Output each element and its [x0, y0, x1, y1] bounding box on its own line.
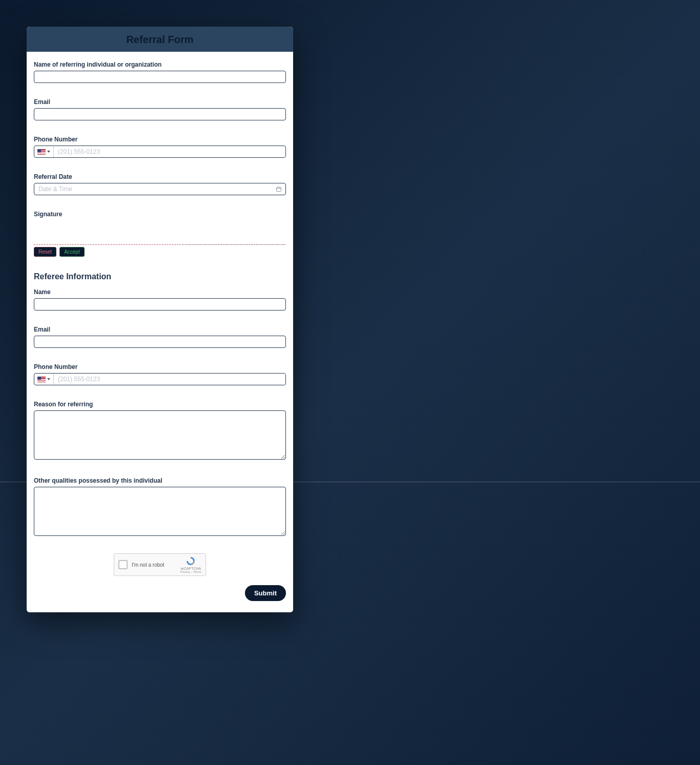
- reason-label: Reason for referring: [34, 401, 286, 408]
- country-select[interactable]: [34, 146, 54, 157]
- recaptcha-logo: reCAPTCHA Privacy - Terms: [180, 556, 201, 573]
- recaptcha-icon: [186, 556, 196, 566]
- referral-date-input[interactable]: [34, 183, 286, 195]
- referral-date-field: Referral Date: [34, 173, 286, 195]
- referral-date-wrap: [34, 183, 286, 195]
- referrer-phone-input[interactable]: [54, 146, 285, 157]
- referral-form-card: Referral Form Name of referring individu…: [27, 27, 293, 612]
- referee-phone-input[interactable]: [54, 374, 285, 385]
- referral-date-label: Referral Date: [34, 173, 286, 180]
- signature-accept-button[interactable]: Accept: [59, 247, 85, 257]
- signature-label: Signature: [34, 211, 286, 218]
- referrer-email-input[interactable]: [34, 108, 286, 120]
- signature-field: Signature Reset Accept: [34, 211, 286, 257]
- qualities-textarea[interactable]: [34, 487, 286, 536]
- referrer-phone-label: Phone Number: [34, 136, 286, 143]
- captcha-wrap: I'm not a robot reCAPTCHA Privacy - Term…: [34, 553, 286, 576]
- form-title: Referral Form: [27, 27, 293, 52]
- recaptcha-brand: reCAPTCHA: [181, 567, 201, 570]
- referrer-phone-field: Phone Number: [34, 136, 286, 158]
- referee-heading: Referee Information: [34, 272, 286, 281]
- referee-email-label: Email: [34, 326, 286, 333]
- referrer-name-input[interactable]: [34, 71, 286, 83]
- submit-row: Submit: [34, 585, 286, 601]
- referee-name-field: Name: [34, 288, 286, 311]
- referee-name-input[interactable]: [34, 298, 286, 311]
- signature-reset-button[interactable]: Reset: [34, 247, 56, 257]
- referrer-email-label: Email: [34, 98, 286, 106]
- referee-phone-wrap: [34, 373, 286, 385]
- referee-email-input[interactable]: [34, 336, 286, 348]
- recaptcha-checkbox[interactable]: [118, 560, 128, 569]
- recaptcha-terms: Privacy - Terms: [180, 570, 201, 573]
- signature-pad[interactable]: [34, 220, 286, 245]
- referrer-phone-wrap: [34, 146, 286, 158]
- reason-field: Reason for referring: [34, 401, 286, 462]
- recaptcha-label: I'm not a robot: [132, 562, 176, 568]
- referrer-name-field: Name of referring individual or organiza…: [34, 61, 286, 83]
- qualities-label: Other qualities possessed by this indivi…: [34, 477, 286, 484]
- referrer-name-label: Name of referring individual or organiza…: [34, 61, 286, 68]
- form-body: Name of referring individual or organiza…: [27, 52, 293, 612]
- signature-buttons: Reset Accept: [34, 247, 286, 257]
- referee-name-label: Name: [34, 288, 286, 296]
- caret-down-icon: [47, 151, 50, 153]
- flag-us-icon: [37, 149, 46, 155]
- referee-email-field: Email: [34, 326, 286, 348]
- referrer-email-field: Email: [34, 98, 286, 120]
- country-select[interactable]: [34, 374, 54, 385]
- qualities-field: Other qualities possessed by this indivi…: [34, 477, 286, 538]
- submit-button[interactable]: Submit: [245, 585, 286, 601]
- recaptcha-box: I'm not a robot reCAPTCHA Privacy - Term…: [114, 553, 206, 576]
- referee-phone-field: Phone Number: [34, 363, 286, 385]
- referee-phone-label: Phone Number: [34, 363, 286, 370]
- flag-us-icon: [37, 377, 46, 382]
- reason-textarea[interactable]: [34, 410, 286, 460]
- caret-down-icon: [47, 378, 50, 380]
